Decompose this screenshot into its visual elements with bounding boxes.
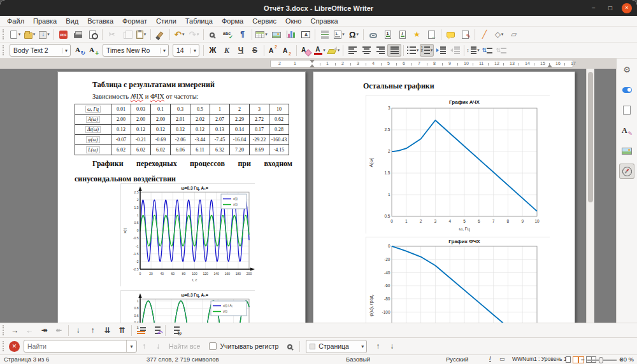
styles-deck-button[interactable] (619, 123, 634, 138)
insert-endnote-button[interactable] (395, 28, 410, 41)
insert-image-button[interactable] (269, 28, 283, 41)
insert-special-character-button[interactable]: Ω▾ (347, 28, 361, 41)
open-file-button[interactable]: ▾ (22, 28, 37, 41)
page-style-status[interactable]: Базовый (346, 356, 370, 363)
decrease-indent-button[interactable] (448, 44, 462, 57)
minimize-button[interactable]: − (589, 3, 599, 13)
zoom-out-icon[interactable]: − (581, 356, 585, 363)
menu-help[interactable]: Справка (306, 16, 342, 26)
clone-formatting-button[interactable] (153, 28, 168, 41)
gallery-deck-button[interactable] (619, 143, 634, 158)
toolbar-drag-handle[interactable] (3, 341, 5, 351)
insert-field-button[interactable]: ▾ (332, 28, 347, 41)
print-preview-button[interactable] (85, 28, 100, 41)
export-pdf-button[interactable] (56, 28, 71, 41)
match-case-checkbox[interactable] (209, 342, 217, 350)
chart-sine-response[interactable]: 020406080100120140160180200-2.5-2-1.5-1-… (120, 183, 255, 286)
dropdown-arrow-icon[interactable]: ▾ (342, 32, 345, 37)
page-deck-button[interactable] (619, 102, 634, 118)
insert-mode-icon[interactable]: I (489, 356, 491, 362)
copy-button[interactable] (119, 28, 134, 41)
spelling-button[interactable] (220, 28, 235, 41)
menu-styles[interactable]: Стили (152, 16, 181, 26)
insert-footnote-button[interactable] (380, 28, 395, 41)
find-next-button[interactable]: ↓ (151, 340, 165, 353)
ruler-right-indent-marker[interactable] (547, 64, 552, 67)
insert-unnumbered-entry-button[interactable] (134, 324, 148, 337)
zoom-slider-track[interactable] (587, 360, 617, 361)
paste-button[interactable]: ▾ (134, 28, 148, 41)
insert-bookmark-button[interactable]: ★ (410, 28, 424, 41)
strikethrough-button[interactable]: Ѕ (248, 44, 262, 57)
formula-object[interactable]: ω, Гц (85, 106, 101, 113)
font-name-combo[interactable]: Times New Rо▾ (103, 44, 169, 57)
navigator-deck-button[interactable] (619, 164, 634, 179)
chart-phase-response[interactable]: 0123456789100-20-40-60-80-100-120-140-16… (366, 237, 550, 323)
document-page-right[interactable]: Остальные графики 0123456789100.511.522.… (313, 71, 575, 323)
dropdown-arrow-icon[interactable]: ▾ (160, 48, 167, 53)
page-number-status[interactable]: Страница 3 из 6 (4, 356, 49, 363)
dropdown-arrow-icon[interactable]: ▾ (356, 32, 359, 37)
insert-table-button[interactable]: ▾ (254, 28, 269, 41)
toolbar-drag-handle[interactable] (3, 325, 5, 335)
line-spacing-button[interactable]: ▾ (466, 44, 480, 57)
menu-window[interactable]: Окно (281, 16, 306, 26)
dropdown-arrow-icon[interactable]: ▾ (265, 32, 268, 37)
show-draw-functions-button[interactable]: ▱ (506, 28, 521, 41)
dropdown-arrow-icon[interactable]: ▾ (18, 32, 21, 37)
align-center-button[interactable] (359, 44, 373, 57)
find-and-replace-button[interactable] (283, 340, 297, 353)
font-color-button[interactable]: ▾ (313, 44, 327, 57)
ruler-first-line-indent-marker[interactable] (310, 60, 315, 63)
move-down-button[interactable]: ↓ (71, 324, 85, 337)
font-size-combo[interactable]: 14▾ (173, 44, 199, 57)
search-history-dropdown-icon[interactable]: ▾ (126, 340, 136, 352)
menu-format[interactable]: Формат (118, 16, 152, 26)
find-all-button[interactable]: Найти все (165, 342, 204, 350)
insert-cross-reference-button[interactable] (424, 28, 439, 41)
toolbar-drag-handle[interactable] (3, 29, 5, 39)
menu-tools[interactable]: Сервис (248, 16, 281, 26)
dropdown-arrow-icon[interactable]: ▾ (197, 32, 199, 37)
promote-with-subpoints-button[interactable]: ↞ (52, 324, 66, 337)
dropdown-arrow-icon[interactable]: ▾ (62, 48, 69, 53)
language-status[interactable]: Русский (446, 356, 468, 363)
no-list-button[interactable] (148, 324, 163, 337)
insert-textbox-button[interactable] (298, 28, 313, 41)
align-left-button[interactable] (345, 44, 359, 57)
new-document-button[interactable]: ▾ (8, 28, 22, 41)
track-changes-button[interactable] (458, 28, 473, 41)
menu-view[interactable]: Вид (61, 16, 83, 26)
sidebar-settings-button[interactable]: ⚙ (619, 62, 634, 77)
menu-file[interactable]: Файл (3, 16, 29, 26)
search-input[interactable] (24, 342, 126, 350)
decrease-paragraph-spacing-button[interactable] (494, 44, 508, 57)
chart-sine-normalized[interactable]: 010203040506070-1-0.8-0.6-0.4-0.200.20.4… (120, 290, 255, 323)
chart-amplitude-response[interactable]: 0123456789100.511.522.53График АЧХω, ГцA… (366, 95, 550, 234)
toolbar-drag-handle[interactable] (3, 45, 5, 55)
dropdown-arrow-icon[interactable]: ▾ (144, 32, 147, 37)
increase-indent-button[interactable] (434, 44, 448, 57)
single-page-view-icon[interactable] (566, 356, 571, 363)
scrollbar-thumb[interactable] (588, 72, 593, 202)
navigate-by-combo[interactable]: Страница ▾ (306, 340, 367, 353)
dropdown-arrow-icon[interactable]: ▾ (417, 48, 419, 53)
paragraph-style-combo[interactable]: Body Text 2▾ (10, 44, 71, 57)
new-style-button[interactable] (87, 44, 101, 57)
restart-numbering-button[interactable] (168, 324, 182, 337)
maximize-button[interactable]: □ (605, 3, 615, 13)
bold-button[interactable]: Ж (206, 44, 220, 57)
dropdown-arrow-icon[interactable]: ▾ (190, 48, 197, 53)
insert-line-button[interactable]: ╱ (477, 28, 492, 41)
formula-object[interactable]: φ(ω) (86, 136, 99, 143)
move-down-with-subpoints-button[interactable]: ⇊ (100, 324, 115, 337)
demote-one-level-button[interactable]: → (8, 324, 22, 337)
insert-comment-button[interactable] (443, 28, 458, 41)
dropdown-arrow-icon[interactable]: ▾ (477, 48, 480, 53)
cut-button[interactable]: ✂ (104, 28, 119, 41)
highlight-color-button[interactable]: ▾ (327, 44, 341, 57)
subscript-button[interactable] (280, 44, 294, 57)
undo-button[interactable]: ↶▾ (172, 28, 187, 41)
move-up-button[interactable]: ↑ (85, 324, 100, 337)
dropdown-arrow-icon[interactable]: ▾ (323, 48, 326, 53)
